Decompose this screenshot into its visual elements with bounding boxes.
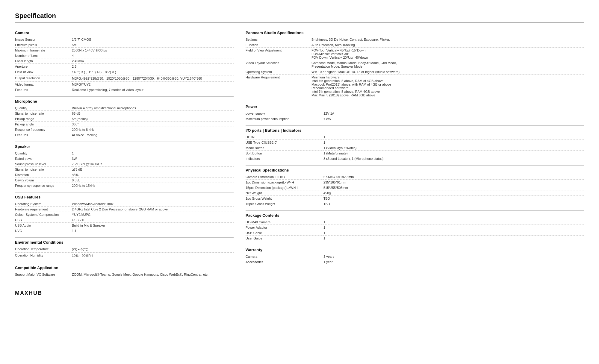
table-row: Operating SystemWindows/Mac/Android/Linu… <box>15 201 234 207</box>
spec-label: Video format <box>15 82 72 87</box>
spec-value: 1 <box>323 219 584 225</box>
table-row: Quantity1 <box>15 151 234 156</box>
section-title-microphone: Microphone <box>15 99 234 104</box>
spec-label: Hardware requirement <box>15 207 72 212</box>
spec-value: 2.49mm <box>72 58 234 64</box>
spec-label: Operating System <box>246 69 311 75</box>
table-row: USBUSB 2.0 <box>15 217 234 223</box>
spec-value: 8 (Sound Locator), 1 (Microphone status) <box>323 156 584 161</box>
spec-value: 4 <box>72 53 234 58</box>
spec-value: Windows/Mac/Android/Linux <box>72 201 234 207</box>
spec-label: 15pcs Gross Weight <box>246 201 323 207</box>
section-microphone: MicrophoneQuantityBuilt-in 4 array omnid… <box>15 96 234 137</box>
section-title-compatible: Compatible Application <box>15 266 234 270</box>
spec-value: 1 year <box>323 259 584 265</box>
spec-value: 67.6×67.5×182.3mm <box>323 174 584 180</box>
spec-value: Built-in 4 array omnidirectional microph… <box>72 105 234 111</box>
spec-value: AI Voice Tracking <box>72 132 234 138</box>
table-row: Pickup angle360° <box>15 122 234 127</box>
table-row: USB Cable1 <box>246 230 584 236</box>
section-title-power: Power <box>246 104 584 109</box>
table-row: Pickup range5m(radius) <box>15 116 234 122</box>
spec-label: Soft Button <box>246 151 323 156</box>
section-title-package: Package Contents <box>246 213 584 218</box>
spec-value: 1.1 <box>72 228 234 233</box>
spec-value: 5M <box>72 42 234 48</box>
spec-value: Auto Detection, Auto Tracking <box>311 42 584 48</box>
table-row: Distortion≤5% <box>15 172 234 178</box>
spec-value: 450g <box>323 190 584 196</box>
spec-value: Brightness, 3D De-Noise, Contract, Expos… <box>311 37 584 42</box>
table-row: Mode Button1 (Video layout switch) <box>246 145 584 151</box>
section-divider <box>15 28 234 28</box>
table-row: Soft Button1 (Mute/unmute) <box>246 151 584 156</box>
spec-label: USB <box>15 217 72 223</box>
table-row: Image Sensor1/2.7" CMOS <box>15 37 234 42</box>
spec-value: TBD <box>323 201 584 207</box>
table-row: Operation Temperature0℃～40℃ <box>15 246 234 253</box>
table-row: Field of view140°( D )，111°( H )，85°( V … <box>15 69 234 75</box>
spec-value: MJPG/YUY2 <box>72 82 234 87</box>
left-column: CameraImage Sensor1/2.7" CMOSEffective p… <box>15 28 234 281</box>
spec-label: 1pc Dimension (package)L×W×H <box>246 180 323 185</box>
table-row: User Guide1 <box>246 236 584 241</box>
spec-label: Aperture <box>15 64 72 69</box>
spec-value: 0℃～40℃ <box>72 246 234 253</box>
table-row: USB AudioBuild-in Mic & Speaker <box>15 223 234 228</box>
table-row: Camera Dimension L×H×D67.6×67.5×182.3mm <box>246 174 584 180</box>
spec-table-physical: Camera Dimension L×H×D67.6×67.5×182.3mm1… <box>246 174 584 206</box>
spec-label: Signal to noise ratio <box>15 111 72 116</box>
spec-value: 515*255*505mm <box>323 185 584 190</box>
spec-value: 235*165*91mm <box>323 180 584 185</box>
table-row: UVC1.1 <box>15 228 234 233</box>
table-row: Effective pixels5M <box>15 42 234 48</box>
section-package: Package ContentsUC-M40 Camera1Power Adap… <box>246 210 584 241</box>
section-panocam-group: Panocam Studio SpecificationsSettingsBri… <box>246 28 584 98</box>
table-row: Power Adaptor1 <box>246 225 584 230</box>
spec-label: Quantity <box>15 105 72 111</box>
table-row: Aperture2.5 <box>15 64 234 69</box>
spec-label: Mode Button <box>246 145 323 151</box>
spec-value: ≤5% <box>72 172 234 178</box>
spec-label: Frequency response range <box>15 183 72 188</box>
spec-table-microphone: QuantityBuilt-in 4 array omnidirectional… <box>15 105 234 137</box>
spec-value: Compose Mode, Manual Mode, Body-fit Mode… <box>311 60 584 69</box>
spec-label: Response frequency <box>15 127 72 132</box>
section-power: Powerpower supply12V 1AMaximum power con… <box>246 102 584 121</box>
section-speaker: SpeakerQuantity1Rated power3WSound press… <box>15 142 234 188</box>
section-divider <box>15 263 234 263</box>
spec-label: Video Layout Selection <box>246 60 311 69</box>
spec-value: 2560H x 1440V @30fps <box>72 48 234 53</box>
table-row: Indicators8 (Sound Locator), 1 (Micropho… <box>246 156 584 161</box>
spec-value: 140°( D )，111°( H )，85°( V ) <box>72 69 234 75</box>
spec-label: Signal to noise ratio <box>15 167 72 172</box>
spec-value: 200Hz to 15kHz <box>72 183 234 188</box>
section-physical: Physical SpecificationsCamera Dimension … <box>246 165 584 206</box>
table-row: Hardware RequirementMinimum hardware: In… <box>246 75 584 98</box>
section-io: I/O ports | Buttons | IndicatorsDC IN1US… <box>246 125 584 161</box>
spec-value: Build-in Mic & Speaker <box>72 223 234 228</box>
table-row: Signal to noise ratio65 dB <box>15 111 234 116</box>
spec-label: Operating System <box>15 201 72 207</box>
spec-label: Support Major VC Software <box>15 272 72 277</box>
section-title-panocam: Panocam Studio Specifications <box>246 31 584 35</box>
section-divider <box>246 210 584 211</box>
spec-value: TBD <box>323 196 584 201</box>
table-row: Operating SystemWin 10 or higher / Mac O… <box>246 69 584 75</box>
section-title-speaker: Speaker <box>15 144 234 149</box>
spec-table-panocam: SettingsBrightness, 3D De-Noise, Contrac… <box>246 37 584 98</box>
spec-table-package: UC-M40 Camera1Power Adaptor1USB Cable1Us… <box>246 219 584 241</box>
section-divider <box>15 142 234 142</box>
section-divider <box>15 192 234 192</box>
spec-label: Distortion <box>15 172 72 178</box>
spec-label: USB Cable <box>246 230 323 236</box>
spec-value: MJPG:4992*928@30、1920*1080@30、1280*720@3… <box>72 75 234 82</box>
table-row: 15pcs Dimension (package)L×W×H515*255*50… <box>246 185 584 190</box>
spec-value: Win 10 or higher / Mac OS 10. 13 or high… <box>311 69 584 75</box>
section-title-io: I/O ports | Buttons | Indicators <box>246 128 584 133</box>
top-divider <box>15 22 584 22</box>
spec-value: 75dBSPL@1m,1kHz <box>72 161 234 167</box>
spec-value: ZOOM, Microsoft® Teams, Google Meet, Goo… <box>72 272 234 277</box>
table-row: FunctionAuto Detection, Auto Tracking <box>246 42 584 48</box>
spec-value: 12V 1A <box>323 111 584 116</box>
